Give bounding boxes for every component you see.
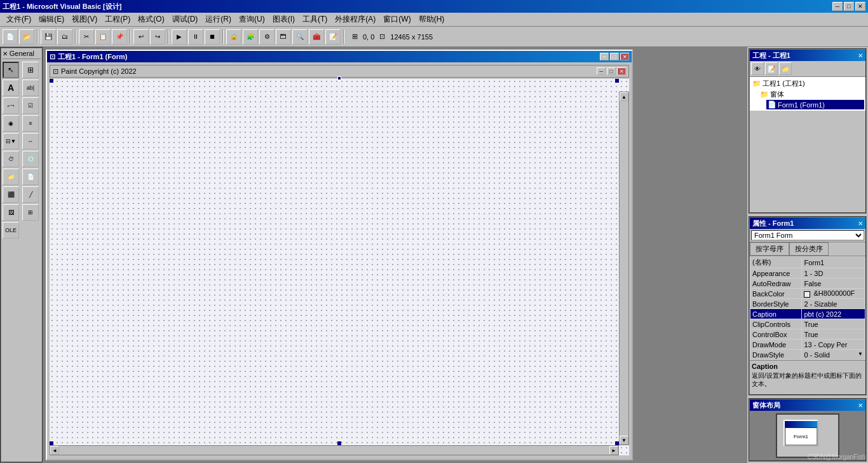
menu-file[interactable]: 文件(F) xyxy=(3,13,35,26)
tree-forms-folder[interactable]: 📁 窗体 xyxy=(759,89,864,100)
maximize-button[interactable]: □ xyxy=(844,2,854,11)
save-project-button[interactable]: 🗂 xyxy=(57,29,72,45)
cut-button[interactable]: ✂ xyxy=(79,29,94,45)
tool-pointer[interactable]: ↖ xyxy=(3,62,19,78)
prop-row-name[interactable]: (名称) Form1 xyxy=(750,257,865,268)
code-view-button[interactable]: 📝 xyxy=(325,29,341,45)
form-close-button[interactable]: ✕ xyxy=(620,53,629,60)
project-panel-close[interactable]: ✕ xyxy=(858,52,863,59)
menu-project[interactable]: 工程(P) xyxy=(101,13,134,26)
resize-handle-tl[interactable] xyxy=(50,79,53,83)
scrollbar-vertical[interactable]: ▲ ▼ xyxy=(619,92,629,445)
tab-categorized[interactable]: 按分类序 xyxy=(789,242,829,256)
inner-close-button[interactable]: ✕ xyxy=(617,67,626,75)
tree-project[interactable]: 📁 工程1 (工程1) xyxy=(751,78,864,89)
resize-handle-tr[interactable] xyxy=(615,79,619,83)
undo-button[interactable]: ↩ xyxy=(133,29,149,45)
tool-shape[interactable]: ⬛ xyxy=(3,186,19,203)
toolbox-close[interactable]: ✕ xyxy=(3,50,8,57)
scroll-left-button[interactable]: ◄ xyxy=(50,446,59,455)
form-preview-box[interactable]: Form1 xyxy=(783,420,818,446)
run-button[interactable]: ▶ xyxy=(172,29,187,45)
menu-view[interactable]: 视图(V) xyxy=(68,13,101,26)
new-button[interactable]: 📄 xyxy=(3,29,18,45)
prop-row-clipcontrols[interactable]: ClipControls True xyxy=(750,319,865,329)
prop-row-borderstyle[interactable]: BorderStyle 2 - Sizable xyxy=(750,299,865,309)
stop-button[interactable]: ⏹ xyxy=(205,29,220,45)
menu-help[interactable]: 帮助(H) xyxy=(415,13,449,26)
project-props-button[interactable]: ⚙ xyxy=(259,29,275,45)
form-layout-close[interactable]: ✕ xyxy=(858,402,863,409)
minimize-button[interactable]: ─ xyxy=(832,2,843,11)
prop-row-appearance[interactable]: Appearance 1 - 3D xyxy=(750,268,865,279)
menu-window[interactable]: 窗口(W) xyxy=(379,13,414,26)
prop-row-autoredraw[interactable]: AutoRedraw False xyxy=(750,279,865,289)
tool-frame[interactable]: ⌐¬ xyxy=(3,97,19,114)
menu-tools[interactable]: 工具(T) xyxy=(299,13,331,26)
form-body[interactable]: ▲ ▼ ◄ ► xyxy=(50,79,629,455)
prop-value-caption[interactable]: pbt (c) 2022 xyxy=(802,309,865,319)
tool-hscroll[interactable]: ↔ xyxy=(22,133,39,149)
form-layout-button[interactable]: 🗔 xyxy=(276,29,291,45)
form-maximize-button[interactable]: □ xyxy=(610,53,619,60)
drawstyle-text: 0 - Solid xyxy=(804,351,829,359)
form-minimize-button[interactable]: ─ xyxy=(600,53,609,60)
tool-data[interactable]: ⊞ xyxy=(22,204,39,221)
components-button[interactable]: 🧩 xyxy=(243,29,258,45)
tool-combobox[interactable]: ⊟▼ xyxy=(3,133,19,149)
tab-alphabetic[interactable]: 按字母序 xyxy=(750,242,789,256)
toggle-folders-button[interactable]: 📁 xyxy=(779,62,792,75)
tool-image[interactable]: 🖼 xyxy=(3,204,19,221)
object-browser-button[interactable]: 🔍 xyxy=(292,29,308,45)
copy-button[interactable]: 📋 xyxy=(95,29,111,45)
scrollbar-horizontal[interactable]: ◄ ► xyxy=(50,445,619,455)
app-title: 工程1 - Microsoft Visual Basic [设计] xyxy=(3,2,121,11)
menu-run[interactable]: 运行(R) xyxy=(201,13,235,26)
menu-format[interactable]: 格式(O) xyxy=(134,13,168,26)
prop-row-drawstyle[interactable]: DrawStyle 0 - Solid ▼ xyxy=(750,350,865,360)
tool-ole[interactable]: OLE xyxy=(3,222,19,238)
save-button[interactable]: 💾 xyxy=(41,29,56,45)
menu-diagram[interactable]: 图表(I) xyxy=(269,13,299,26)
tree-form1[interactable]: 📄 Form1 (Form1) xyxy=(766,100,864,109)
content-area: ⊡ 工程1 - Form1 (Form) ─ □ ✕ ⊡ Paint Copyr… xyxy=(43,47,747,463)
prop-row-controlbox[interactable]: ControlBox True xyxy=(750,329,865,340)
prop-row-drawmode[interactable]: DrawMode 13 - Copy Per xyxy=(750,340,865,350)
properties-panel-close[interactable]: ✕ xyxy=(858,220,863,227)
menu-addins[interactable]: 外接程序(A) xyxy=(331,13,379,26)
inner-maximize-button[interactable]: □ xyxy=(607,67,616,75)
tool-label[interactable]: A xyxy=(3,79,19,96)
prop-label-name: (名称) xyxy=(750,257,802,268)
view-code-button[interactable]: 📝 xyxy=(765,62,778,75)
scroll-down-button[interactable]: ▼ xyxy=(620,436,628,445)
pause-button[interactable]: ⏸ xyxy=(188,29,203,45)
tool-filelist[interactable]: 📄 xyxy=(22,169,39,185)
prop-object-select[interactable]: Form1 Form xyxy=(751,230,864,240)
tool-option[interactable]: ◉ xyxy=(3,115,19,132)
prop-row-caption[interactable]: Caption pbt (c) 2022 xyxy=(750,309,865,319)
tool-checkbox[interactable]: ☑ xyxy=(22,97,39,114)
tool-timer[interactable]: ⏱ xyxy=(3,151,19,167)
lock-button[interactable]: 🔒 xyxy=(226,29,241,45)
prop-row-backcolor[interactable]: BackColor &H8000000F xyxy=(750,289,865,299)
close-button[interactable]: ✕ xyxy=(855,2,865,11)
tool-drivelist[interactable]: 💿 xyxy=(22,151,39,167)
tool-picture[interactable]: ⊞ xyxy=(22,62,39,78)
resize-handle-top[interactable] xyxy=(337,76,341,80)
tool-dirlist[interactable]: 📁 xyxy=(3,169,19,185)
inner-minimize-button[interactable]: ─ xyxy=(597,67,606,75)
toolbox-button[interactable]: 🧰 xyxy=(309,29,324,45)
tool-listbox[interactable]: ≡ xyxy=(22,115,39,132)
scroll-up-button[interactable]: ▲ xyxy=(620,92,628,101)
drawstyle-dropdown[interactable]: ▼ xyxy=(858,351,863,357)
open-button[interactable]: 📂 xyxy=(19,29,34,45)
tool-textbox[interactable]: ab| xyxy=(22,79,39,96)
redo-button[interactable]: ↪ xyxy=(150,29,165,45)
paste-button[interactable]: 📌 xyxy=(112,29,127,45)
menu-edit[interactable]: 编辑(E) xyxy=(35,13,68,26)
scroll-right-button[interactable]: ► xyxy=(609,446,618,455)
menu-query[interactable]: 查询(U) xyxy=(235,13,269,26)
view-object-button[interactable]: 👁 xyxy=(751,62,764,75)
menu-debug[interactable]: 调试(D) xyxy=(168,13,202,26)
tool-line[interactable]: ╱ xyxy=(22,186,39,203)
